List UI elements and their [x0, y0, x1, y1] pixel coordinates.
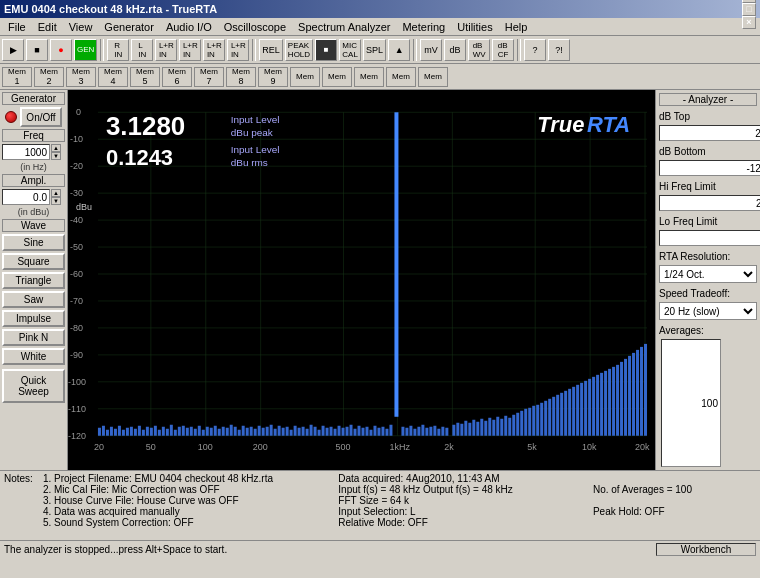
- svg-text:-60: -60: [70, 269, 83, 279]
- svg-rect-79: [222, 427, 225, 436]
- db-bottom-label: dB Bottom: [659, 146, 757, 157]
- peak-hold-button[interactable]: PEAKHOLD: [285, 39, 313, 61]
- svg-text:1kHz: 1kHz: [389, 442, 410, 452]
- mem-9-button[interactable]: Mem9: [258, 67, 288, 87]
- mem-6-button[interactable]: Mem6: [162, 67, 192, 87]
- r-in-button[interactable]: RIN: [107, 39, 129, 61]
- svg-rect-116: [369, 430, 372, 436]
- impulse-button[interactable]: Impulse: [2, 310, 65, 327]
- play-button[interactable]: ▶: [2, 39, 24, 61]
- svg-rect-164: [572, 387, 575, 436]
- freq-spinner[interactable]: ▲ ▼: [51, 144, 61, 160]
- menu-utilities[interactable]: Utilities: [451, 20, 498, 34]
- up-arrow-button[interactable]: ▲: [388, 39, 410, 61]
- freq-input[interactable]: [2, 144, 50, 160]
- svg-rect-54: [122, 430, 125, 436]
- mem-4-button[interactable]: Mem4: [98, 67, 128, 87]
- lr-in-button3[interactable]: L+RIN: [203, 39, 225, 61]
- freq-down[interactable]: ▼: [51, 152, 61, 160]
- hi-freq-input[interactable]: [659, 195, 760, 211]
- svg-rect-122: [401, 427, 404, 436]
- svg-rect-125: [413, 429, 416, 436]
- menu-view[interactable]: View: [63, 20, 99, 34]
- resolution-select[interactable]: 1/24 Oct. 1/12 Oct. 1/6 Oct. 1/3 Oct. Fu…: [659, 265, 757, 283]
- lo-freq-label: Lo Freq Limit: [659, 216, 757, 227]
- lo-freq-input[interactable]: [659, 230, 760, 246]
- lr-in-button2[interactable]: L+RIN: [179, 39, 201, 61]
- sine-button[interactable]: Sine: [2, 234, 65, 251]
- pink-n-button[interactable]: Pink N: [2, 329, 65, 346]
- mem-3-button[interactable]: Mem3: [66, 67, 96, 87]
- speed-select[interactable]: 20 Hz (slow) 50 Hz 100 Hz: [659, 302, 757, 320]
- ampl-spinner[interactable]: ▲ ▼: [51, 189, 61, 205]
- menu-edit[interactable]: Edit: [32, 20, 63, 34]
- mic-cal-button[interactable]: MICCAL: [339, 39, 361, 61]
- averages-input[interactable]: [661, 339, 721, 467]
- svg-rect-111: [350, 425, 353, 436]
- svg-text:20k: 20k: [635, 442, 650, 452]
- svg-rect-151: [520, 411, 523, 436]
- help-button[interactable]: ?: [524, 39, 546, 61]
- svg-rect-68: [178, 427, 181, 436]
- freq-up[interactable]: ▲: [51, 144, 61, 152]
- menu-file[interactable]: File: [2, 20, 32, 34]
- menu-generator[interactable]: Generator: [98, 20, 160, 34]
- svg-text:Input Level: Input Level: [231, 114, 280, 125]
- close-button[interactable]: ×: [742, 16, 756, 29]
- dbcf-button[interactable]: dBCF: [492, 39, 514, 61]
- menu-audio-io[interactable]: Audio I/O: [160, 20, 218, 34]
- l-in-button[interactable]: LIN: [131, 39, 153, 61]
- svg-rect-159: [552, 397, 555, 436]
- gen-button[interactable]: GEN: [74, 39, 97, 61]
- svg-rect-90: [266, 427, 269, 436]
- svg-rect-169: [592, 377, 595, 436]
- cal-block-button[interactable]: ■: [315, 39, 337, 61]
- window-controls[interactable]: _ □ ×: [742, 0, 756, 29]
- mem-1-button[interactable]: Mem1: [2, 67, 32, 87]
- saw-button[interactable]: Saw: [2, 291, 65, 308]
- rel-button[interactable]: REL: [259, 39, 283, 61]
- lr-in-button4[interactable]: L+RIN: [227, 39, 249, 61]
- ampl-input[interactable]: [2, 189, 50, 205]
- svg-rect-87: [254, 429, 257, 436]
- mem-c-button[interactable]: Mem: [354, 67, 384, 87]
- mem-e-button[interactable]: Mem: [418, 67, 448, 87]
- svg-rect-182: [644, 344, 647, 436]
- menu-metering[interactable]: Metering: [396, 20, 451, 34]
- mem-8-button[interactable]: Mem8: [226, 67, 256, 87]
- menu-spectrum[interactable]: Spectrum Analyzer: [292, 20, 396, 34]
- db-top-row: ▲ ▼: [659, 125, 757, 141]
- mem-2-button[interactable]: Mem2: [34, 67, 64, 87]
- white-button[interactable]: White: [2, 348, 65, 365]
- db-top-input[interactable]: [659, 125, 760, 141]
- mem-a-button[interactable]: Mem: [290, 67, 320, 87]
- square-button[interactable]: Square: [2, 253, 65, 270]
- quick-sweep-button[interactable]: QuickSweep: [2, 369, 65, 403]
- status-col2-line3: FFT Size = 64 k: [338, 495, 583, 506]
- db-bottom-input[interactable]: [659, 160, 760, 176]
- stop-button[interactable]: ■: [26, 39, 48, 61]
- ampl-up[interactable]: ▲: [51, 189, 61, 197]
- dbwv-button[interactable]: dBWV: [468, 39, 490, 61]
- menu-oscilloscope[interactable]: Oscilloscope: [218, 20, 292, 34]
- record-button[interactable]: ●: [50, 39, 72, 61]
- svg-rect-104: [322, 426, 325, 436]
- triangle-button[interactable]: Triangle: [2, 272, 65, 289]
- svg-rect-119: [381, 427, 384, 436]
- freq-unit: (in Hz): [2, 162, 65, 172]
- mem-d-button[interactable]: Mem: [386, 67, 416, 87]
- maximize-button[interactable]: □: [742, 3, 756, 16]
- svg-rect-127: [421, 425, 424, 436]
- on-off-button[interactable]: On/Off: [20, 107, 62, 127]
- menu-help[interactable]: Help: [499, 20, 534, 34]
- mv-button[interactable]: mV: [420, 39, 442, 61]
- mem-5-button[interactable]: Mem5: [130, 67, 160, 87]
- svg-text:dBu: dBu: [76, 202, 92, 212]
- mem-7-button[interactable]: Mem7: [194, 67, 224, 87]
- mem-b-button[interactable]: Mem: [322, 67, 352, 87]
- help2-button[interactable]: ?!: [548, 39, 570, 61]
- spl-button[interactable]: SPL: [363, 39, 386, 61]
- ampl-down[interactable]: ▼: [51, 197, 61, 205]
- db-button[interactable]: dB: [444, 39, 466, 61]
- lr-in-button[interactable]: L+RIN: [155, 39, 177, 61]
